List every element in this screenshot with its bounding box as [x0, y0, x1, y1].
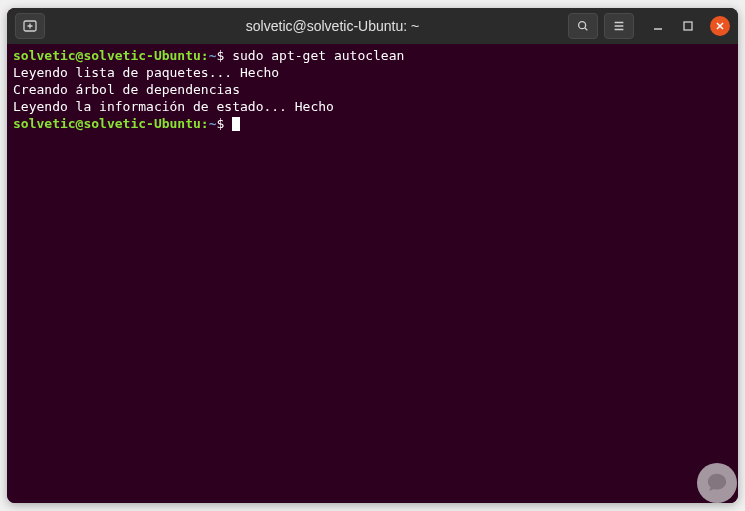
- output-line: Creando árbol de dependencias: [13, 82, 240, 97]
- prompt-userhost: solvetic@solvetic-Ubuntu: [13, 116, 201, 131]
- speech-bubble-icon: [706, 472, 728, 494]
- feedback-button[interactable]: [697, 463, 737, 503]
- prompt-symbol: $: [217, 48, 225, 63]
- svg-rect-9: [684, 22, 692, 30]
- prompt-path: ~: [209, 116, 217, 131]
- output-line: Leyendo lista de paquetes... Hecho: [13, 65, 279, 80]
- window-title: solvetic@solvetic-Ubuntu: ~: [141, 18, 524, 34]
- maximize-icon: [682, 20, 694, 32]
- cursor: [232, 117, 240, 131]
- terminal-body[interactable]: solvetic@solvetic-Ubuntu:~$ sudo apt-get…: [7, 44, 738, 503]
- minimize-icon: [652, 20, 664, 32]
- menu-button[interactable]: [604, 13, 634, 39]
- window-controls: [650, 16, 730, 36]
- maximize-button[interactable]: [680, 18, 696, 34]
- svg-line-4: [585, 28, 588, 31]
- prompt-symbol: $: [217, 116, 225, 131]
- close-icon: [715, 21, 725, 31]
- close-button[interactable]: [710, 16, 730, 36]
- svg-point-3: [579, 22, 586, 29]
- prompt-userhost: solvetic@solvetic-Ubuntu: [13, 48, 201, 63]
- search-icon: [576, 19, 590, 33]
- hamburger-icon: [612, 19, 626, 33]
- terminal-window: solvetic@solvetic-Ubuntu: ~: [7, 8, 738, 503]
- titlebar-left: [15, 13, 135, 39]
- prompt-path: ~: [209, 48, 217, 63]
- new-tab-button[interactable]: [15, 13, 45, 39]
- minimize-button[interactable]: [650, 18, 666, 34]
- new-tab-icon: [22, 18, 38, 34]
- titlebar-right: [530, 13, 730, 39]
- prompt-separator: :: [201, 116, 209, 131]
- prompt-separator: :: [201, 48, 209, 63]
- search-button[interactable]: [568, 13, 598, 39]
- titlebar: solvetic@solvetic-Ubuntu: ~: [7, 8, 738, 44]
- command-text: sudo apt-get autoclean: [232, 48, 404, 63]
- output-line: Leyendo la información de estado... Hech…: [13, 99, 334, 114]
